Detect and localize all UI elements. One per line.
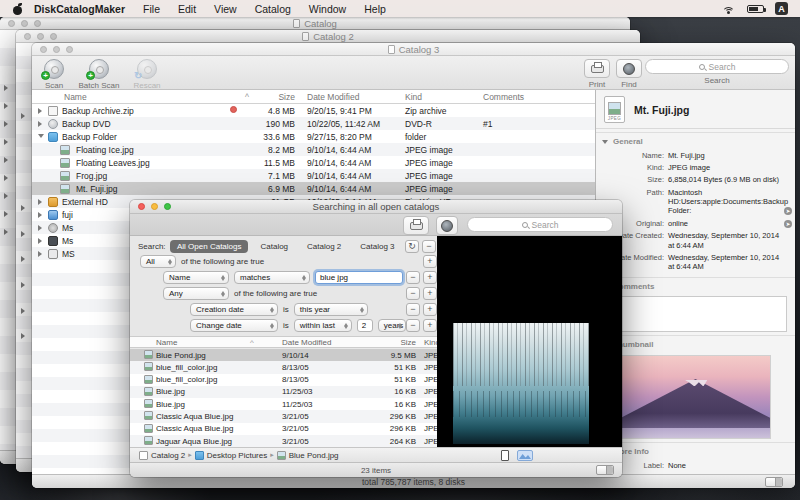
close-icon[interactable] [24, 33, 31, 40]
find-button[interactable] [436, 216, 458, 235]
dropdown[interactable]: within last [294, 319, 352, 332]
add-rule-button[interactable]: + [423, 319, 437, 332]
add-rule-button[interactable]: + [423, 255, 437, 268]
image-view-icon[interactable] [517, 450, 533, 461]
menu-view[interactable]: View [205, 3, 246, 15]
add-rule-button[interactable]: + [423, 271, 437, 284]
table-row[interactable]: Backup Archive.zip4.8 MB9/20/15, 9:41 PM… [32, 104, 595, 117]
table-row[interactable]: Mt. Fuji.jpg6.9 MB9/10/14, 6:44 AMJPEG i… [32, 182, 595, 195]
column-header-name[interactable]: Name [156, 338, 177, 347]
menu-edit[interactable]: Edit [169, 3, 205, 15]
section-comments[interactable]: Comments [596, 277, 795, 293]
result-row[interactable]: blue_fill_color.jpg8/13/0551 KBJPEG imag… [130, 361, 437, 373]
disclosure-triangle[interactable] [21, 333, 25, 339]
input-menu-icon[interactable]: A [775, 2, 788, 15]
catalog-title-bar[interactable]: Catalog [0, 17, 630, 30]
breadcrumb-item[interactable]: Catalog 2 [139, 451, 185, 460]
wifi-icon[interactable] [722, 4, 736, 14]
close-icon[interactable] [138, 203, 145, 210]
disclosure-triangle[interactable] [4, 211, 8, 217]
file-table-header[interactable]: NameSizeDate ModifiedKindComments^ [32, 90, 595, 104]
search-input[interactable]: Search [467, 217, 613, 232]
find-button[interactable]: Find [616, 59, 642, 89]
table-row[interactable]: Floating Ice.jpg8.2 MB9/10/14, 6:44 AMJP… [32, 143, 595, 156]
disclosure-triangle[interactable] [38, 108, 42, 114]
result-row[interactable]: Classic Aqua Blue.jpg3/21/05296 KBJPEG i… [130, 410, 437, 422]
rescan-button[interactable]: ↻ Rescan [128, 59, 166, 90]
minimize-icon[interactable] [37, 33, 44, 40]
section-more-info[interactable]: More Info [596, 442, 795, 458]
disclosure-triangle[interactable] [21, 256, 25, 262]
remove-rule-button[interactable]: − [406, 303, 420, 316]
remove-rule-button[interactable]: − [406, 271, 420, 284]
result-row[interactable]: Blue.jpg11/25/0316 KBJPEG image [130, 386, 437, 398]
catalog3-title-bar[interactable]: Catalog 3 [32, 43, 795, 56]
column-header-kind[interactable]: Kind [405, 92, 422, 102]
scope-catalog[interactable]: Catalog [253, 240, 295, 253]
reveal-path-icon[interactable]: ➤ [784, 220, 792, 228]
apple-menu-icon[interactable] [12, 3, 24, 15]
disclosure-triangle[interactable] [38, 121, 42, 127]
result-row[interactable]: Blue Pond.jpg9/10/149.5 MBJPEG image [130, 349, 437, 361]
disclosure-triangle[interactable] [4, 85, 8, 91]
zoom-icon[interactable] [164, 203, 171, 210]
comments-box[interactable] [604, 296, 787, 332]
result-row[interactable]: blue_fill_color.jpg8/13/0551 KBJPEG imag… [130, 374, 437, 386]
disclosure-triangle[interactable] [4, 157, 8, 163]
menu-file[interactable]: File [134, 3, 169, 15]
disclosure-triangle[interactable] [38, 238, 42, 244]
table-row[interactable]: Backup Folder33.6 MB9/27/15, 8:20 PMfold… [32, 130, 595, 143]
batch-scan-button[interactable]: + Batch Scan [74, 59, 124, 90]
disclosure-triangle[interactable] [38, 251, 42, 257]
column-header-date-modified[interactable]: Date Modified [307, 92, 359, 102]
refresh-button[interactable]: ↻ [405, 240, 419, 253]
menu-help[interactable]: Help [355, 3, 395, 15]
table-row[interactable]: Frog.jpg7.1 MB9/10/14, 6:44 AMJPEG image [32, 169, 595, 182]
dropdown[interactable]: years [378, 319, 406, 332]
disclosure-triangle[interactable] [4, 229, 8, 235]
table-row[interactable]: Backup DVD190 MB10/22/05, 11:42 AMDVD-R#… [32, 117, 595, 130]
catalog2-title-bar[interactable]: Catalog 2 [16, 30, 640, 43]
column-header-size[interactable]: Size [370, 338, 416, 347]
disclosure-triangle[interactable] [38, 225, 42, 231]
dropdown[interactable]: Creation date [190, 303, 278, 316]
close-icon[interactable] [8, 20, 15, 27]
dropdown[interactable]: matches [234, 271, 310, 284]
search-input[interactable]: Search [645, 59, 789, 74]
reveal-path-icon[interactable]: ➤ [784, 207, 792, 215]
battery-icon[interactable] [747, 5, 764, 13]
panel-toggle-button[interactable] [596, 465, 614, 475]
dropdown[interactable]: this year [294, 303, 368, 316]
menu-catalog[interactable]: Catalog [246, 3, 300, 15]
window-search[interactable]: Searching in all open catalogs Search Se… [130, 200, 622, 477]
disclosure-triangle[interactable] [21, 113, 25, 119]
minimize-icon[interactable] [21, 20, 28, 27]
dropdown[interactable]: All [140, 255, 176, 268]
table-row[interactable]: Floating Leaves.jpg11.5 MB9/10/14, 6:44 … [32, 156, 595, 169]
disclosure-triangle[interactable] [602, 140, 608, 144]
disclosure-triangle[interactable] [4, 103, 8, 109]
panel-toggle-button[interactable] [765, 477, 783, 487]
close-icon[interactable] [40, 46, 47, 53]
minimize-icon[interactable] [151, 203, 158, 210]
disclosure-triangle[interactable] [21, 308, 25, 314]
section-thumbnail[interactable]: Thumbnail [596, 335, 795, 351]
zoom-icon[interactable] [66, 46, 73, 53]
disclosure-triangle[interactable] [4, 175, 8, 181]
result-row[interactable]: Jaguar Aqua Blue.jpg3/21/05264 KBJPEG im… [130, 435, 437, 447]
scope-catalog-3[interactable]: Catalog 3 [353, 240, 401, 253]
window-controls[interactable] [24, 30, 57, 42]
scan-button[interactable]: + Scan [38, 59, 70, 90]
dropdown[interactable]: Any [163, 287, 229, 300]
dropdown[interactable]: Name [163, 271, 229, 284]
text-field[interactable]: 2 [357, 319, 373, 332]
document-view-icon[interactable] [501, 450, 509, 461]
column-header-name[interactable]: Name [64, 92, 87, 102]
disclosure-triangle[interactable] [4, 193, 8, 199]
disclosure-triangle[interactable] [38, 134, 44, 138]
add-rule-button[interactable]: + [423, 303, 437, 316]
result-row[interactable]: Blue.jpg11/25/0316 KBJPEG image [130, 398, 437, 410]
app-menu[interactable]: DiskCatalogMaker [32, 3, 134, 15]
section-general[interactable]: General [596, 132, 795, 148]
disclosure-triangle[interactable] [4, 121, 8, 127]
